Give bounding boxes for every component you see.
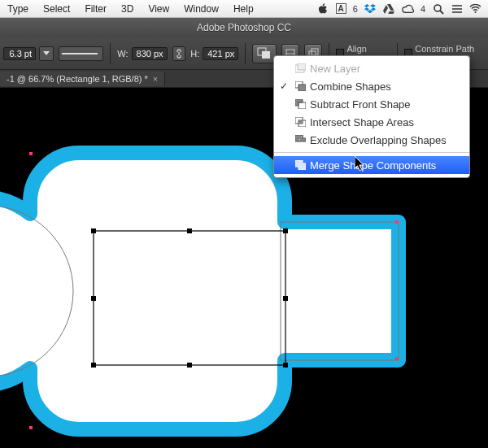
- mouse-cursor-icon: [355, 156, 366, 172]
- svg-rect-16: [283, 228, 288, 233]
- svg-rect-11: [395, 220, 399, 224]
- macos-status-area: A 6 4: [317, 3, 481, 15]
- subtract-front-icon: [294, 98, 307, 110]
- combined-shape-path: [0, 153, 399, 429]
- status-a-badge: A: [336, 3, 346, 14]
- svg-point-0: [434, 5, 441, 11]
- creative-cloud-icon: [402, 3, 414, 15]
- wifi-icon[interactable]: [469, 3, 481, 15]
- menu-item-combine-shapes[interactable]: ✓ Combine Shapes: [274, 77, 469, 95]
- svg-rect-24: [37, 425, 41, 429]
- merge-components-icon: [294, 159, 307, 171]
- svg-line-1: [440, 11, 443, 14]
- svg-rect-21: [283, 363, 288, 368]
- menu-item-label: Merge Shape Components: [310, 159, 436, 172]
- svg-rect-30: [298, 102, 306, 109]
- menu-help[interactable]: Help: [226, 3, 261, 15]
- svg-rect-13: [29, 426, 33, 429]
- menu-item-new-layer: New Layer: [274, 59, 469, 77]
- dropbox-icon: [364, 3, 377, 15]
- apple-logo-icon: [317, 3, 329, 15]
- width-field: W:: [117, 47, 167, 60]
- menu-filter[interactable]: Filter: [77, 3, 114, 15]
- menu-select[interactable]: Select: [36, 3, 77, 15]
- svg-rect-25: [277, 425, 281, 429]
- svg-rect-19: [91, 363, 96, 368]
- svg-rect-22: [37, 151, 41, 155]
- intersect-icon: [294, 116, 307, 128]
- menu-type[interactable]: Type: [0, 3, 36, 15]
- svg-rect-5: [262, 51, 270, 59]
- new-layer-icon: [294, 63, 307, 74]
- divider: [245, 43, 246, 64]
- height-input[interactable]: [203, 47, 238, 60]
- path-operations-menu: New Layer ✓ Combine Shapes Subtract Fron…: [273, 55, 470, 178]
- svg-rect-15: [187, 228, 192, 233]
- svg-rect-18: [283, 296, 288, 301]
- menu-separator: [274, 152, 469, 153]
- stroke-dropdown-icon[interactable]: [39, 46, 54, 61]
- drive-icon: [383, 3, 395, 15]
- svg-rect-10: [29, 152, 33, 155]
- menu-item-exclude[interactable]: Exclude Overlapping Shapes: [274, 131, 469, 149]
- stroke-field: [3, 46, 54, 61]
- menu-item-intersect[interactable]: Intersect Shape Areas: [274, 113, 469, 131]
- svg-rect-33: [298, 120, 303, 124]
- check-icon: ✓: [277, 80, 290, 92]
- menu-3d[interactable]: 3D: [114, 3, 141, 15]
- app-title: Adobe Photoshop CC: [0, 22, 488, 33]
- close-tab-icon[interactable]: ×: [153, 74, 158, 84]
- menu-item-subtract-front[interactable]: Subtract Front Shape: [274, 95, 469, 113]
- status-a-number: 6: [353, 4, 358, 14]
- exclude-icon: [294, 134, 307, 146]
- height-label: H:: [190, 49, 199, 59]
- menu-item-label: Intersect Shape Areas: [310, 116, 414, 128]
- menu-item-label: Subtract Front Shape: [310, 98, 411, 111]
- menu-view[interactable]: View: [141, 3, 176, 15]
- app-title-bar: Adobe Photoshop CC: [0, 18, 488, 37]
- height-field: H:: [190, 47, 238, 60]
- svg-rect-29: [298, 85, 306, 91]
- svg-point-2: [474, 11, 476, 13]
- svg-rect-9: [312, 49, 318, 55]
- status-number: 4: [420, 4, 425, 14]
- link-dimensions-button[interactable]: [172, 46, 186, 61]
- menu-item-label: Combine Shapes: [310, 80, 391, 93]
- svg-rect-20: [187, 363, 192, 368]
- document-tab-label: -1 @ 66.7% (Rectangle 1, RGB/8) *: [7, 74, 148, 84]
- svg-rect-17: [91, 296, 96, 301]
- menu-lines-icon[interactable]: [451, 3, 463, 15]
- menu-window[interactable]: Window: [176, 3, 226, 15]
- divider: [110, 43, 111, 64]
- svg-rect-12: [395, 357, 399, 360]
- menu-item-merge-components[interactable]: Merge Shape Components: [274, 156, 469, 174]
- svg-rect-14: [91, 228, 96, 233]
- stroke-style-picker[interactable]: [59, 46, 103, 61]
- svg-rect-27: [298, 63, 306, 70]
- combine-shapes-icon: [294, 80, 307, 92]
- stroke-weight-input[interactable]: [3, 47, 36, 60]
- menu-item-label: Exclude Overlapping Shapes: [310, 134, 447, 146]
- macos-menu-bar: Type Select Filter 3D View Window Help A…: [0, 0, 488, 18]
- spotlight-icon[interactable]: [432, 3, 444, 15]
- menu-item-label: New Layer: [310, 63, 360, 75]
- width-input[interactable]: [132, 47, 168, 60]
- document-tab[interactable]: -1 @ 66.7% (Rectangle 1, RGB/8) * ×: [0, 72, 165, 86]
- width-label: W:: [117, 49, 128, 59]
